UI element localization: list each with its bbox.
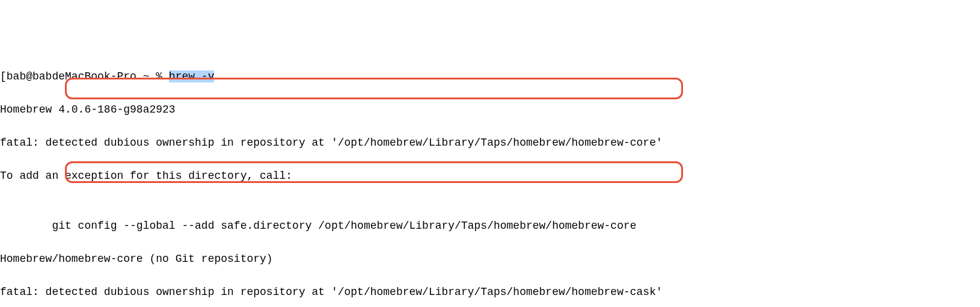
terminal-output: git config --global --add safe.directory… [0, 218, 980, 235]
command-selected[interactable]: brew -v [169, 70, 215, 82]
terminal-output: fatal: detected dubious ownership in rep… [0, 135, 980, 152]
terminal-output: Homebrew 4.0.6-186-g98a2923 [0, 102, 980, 119]
terminal-output: fatal: detected dubious ownership in rep… [0, 284, 980, 301]
prompt-text: bab@babdeMacBook-Pro ~ % [7, 70, 169, 82]
terminal-output: Homebrew/homebrew-core (no Git repositor… [0, 251, 980, 268]
prompt-bracket: [ [0, 70, 7, 82]
terminal-line[interactable]: [bab@babdeMacBook-Pro ~ % brew -v [0, 69, 980, 85]
terminal-output: To add an exception for this directory, … [0, 168, 980, 185]
